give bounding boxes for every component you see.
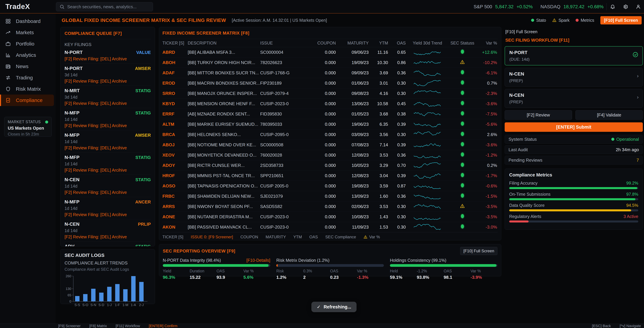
table-row-adaf[interactable]: ADAF[BB] MITTOR BONIXES SUCR TN...CUSIP-…	[162, 68, 498, 78]
queue-item-n-mfp[interactable]: N-MFPSTATIG1d 14d[F2] Review Filing: [DE…	[64, 108, 151, 130]
validate-button[interactable]: [F4] Validate	[576, 110, 643, 120]
table-row-arrs[interactable]: ARRS[BB] NWONY BOYAT SEON PF...SASD5S820…	[162, 202, 498, 212]
sidebar-item-markets[interactable]: Markets	[0, 27, 56, 38]
queue-item-n-port[interactable]: N-PORTAMSER3d 14d[F2] Review Filing: [DE…	[64, 64, 151, 86]
search-input[interactable]	[67, 4, 150, 10]
column-header-ytm[interactable]: YTM	[370, 40, 389, 46]
details-link[interactable]: [F10-Details]	[246, 258, 270, 263]
table-row-hrof[interactable]: HROF[BB] MMNIS PST-TAL ONCE TR...SPP2106…	[162, 170, 498, 181]
footer-item-issue-0-f9-screener-[interactable]: ISSUE 0: [F9 Screener]	[191, 234, 233, 239]
column-header-description[interactable]: DESCRIPTION	[188, 40, 260, 46]
column-header-issue[interactable]: ISSUE	[260, 40, 309, 46]
sec-status-ok-icon	[461, 224, 464, 228]
footer-item-sec-compliance[interactable]: SEC Compliance	[325, 234, 356, 239]
table-row-kbyd[interactable]: KBYD[BB] MENSION ORONE HENF F...CUSIP-20…	[162, 98, 498, 109]
search-box[interactable]	[56, 2, 153, 11]
filing-action-link[interactable]: [F2] Review Filing: [DEL] Arcihive	[64, 56, 151, 61]
statusbar-item--f8-matrix[interactable]: [F8] Matrix	[89, 324, 107, 328]
table-row-frbc[interactable]: FRBC[BB] SHAMIDEN DELIJAN NEW...SJE02107…	[162, 191, 498, 202]
sidebar-item-news[interactable]: News	[0, 61, 56, 72]
filing-action-link[interactable]: [F2] Review Filing: [DEL] Arcihive	[64, 146, 151, 150]
footer-item-coupon[interactable]: COUPON	[240, 234, 258, 239]
statusbar-item--f9-screener[interactable]: [F9] Screener	[58, 324, 80, 328]
queue-item-n-mfp[interactable]: N-MFPANCER1d 14d[F2] Review Filing: [DEL…	[64, 197, 151, 219]
cell-var-pct: -1.7%	[477, 173, 498, 178]
statusbar-item--v-navigate[interactable]: [^v] Navigate	[620, 324, 641, 328]
table-row-aone[interactable]: AONE[BB] NUTANER DERIASTRA M...CUSIP-202…	[162, 212, 498, 222]
gear-icon[interactable]	[623, 4, 628, 10]
submit-button[interactable]: [ENTER] Submit	[505, 122, 643, 132]
page-title: GLOBAL FIXED INCOME SCREENER MATRIX & SE…	[62, 18, 226, 23]
user-icon[interactable]	[636, 4, 641, 10]
footer-item-var-[interactable]: Var %	[364, 234, 380, 239]
table-row-errf[interactable]: ERRF[AB] MZNADE RONDIX SENT...FID3958300…	[162, 109, 498, 119]
table-row-akon[interactable]: AKON[BB] PASSIVED MANVACK CL...CUSIP-202…	[162, 222, 498, 232]
column-header-ticker-s-[interactable]: TICKER [S]	[162, 40, 188, 46]
cell-oas: 0.30	[389, 214, 407, 220]
overview-fullscreen-button[interactable]: [F10] Full Screen	[460, 247, 498, 255]
bell-icon[interactable]	[610, 4, 615, 10]
filing-action-link[interactable]: [F2] Review Filing: [DEL] Arcihive	[64, 123, 151, 128]
group-progress-bar	[390, 264, 498, 267]
column-header-var-[interactable]: Var %	[477, 40, 498, 46]
sidebar-item-risk-matrix[interactable]: Risk Matrix	[0, 83, 56, 94]
column-header-maturity[interactable]: MATURITY	[337, 40, 370, 46]
cell-sec-status	[448, 224, 477, 230]
sec-status-ok-icon	[461, 50, 464, 54]
status-spark: Spark	[552, 18, 570, 23]
table-row-erod[interactable]: EROD[BB] MACRIN BONDIXES SENIOR...FIP230…	[162, 78, 498, 88]
cell-coupon: 0.000	[309, 132, 337, 137]
table-row-aboh[interactable]: ABOH[BB] TURKIY ORON HIGH NCIR...7820266…	[162, 58, 498, 68]
queue-item-n-cen[interactable]: N-CENSTATIG1d 14d[F2] Review Filing: [DE…	[64, 175, 151, 197]
footer-item-ytm[interactable]: YTM	[293, 234, 302, 239]
queue-item-adv[interactable]: ADVSTATIG14d 14d[F2] Review Filing: [DEL…	[64, 242, 151, 246]
cell-coupon: 0.000	[309, 214, 337, 220]
review-button[interactable]: [F2] Review	[505, 110, 572, 120]
table-row-abrd[interactable]: ABRD[BB] ALIBABA MSFA 3...SC00000040.000…	[162, 47, 498, 58]
footer-item-maturity[interactable]: MATURITY	[266, 234, 286, 239]
sidebar-item-compliance[interactable]: Compliance	[0, 94, 54, 106]
filing-action-link[interactable]: [F2] Review Filing: [DEL] Arcihive	[64, 101, 151, 106]
table-row-adoy[interactable]: ADOY[BB] RICTR CUNSLE WER...2SD3587330.0…	[162, 160, 498, 170]
workflow-card-n-cen-2[interactable]: N-CEN(PREP)›	[505, 89, 643, 108]
column-header-yield-30d-trend[interactable]: Yield 30d Trend	[407, 40, 448, 46]
screener-title: FIXED INCOME SCREENER MATRIX [F8]	[162, 30, 498, 39]
table-row-brca[interactable]: BRCA[BB] HELONEK5 SENKO...CUSIP-2095-00.…	[162, 130, 498, 140]
queue-item-n-mfp[interactable]: N-MFPSTATIG1d 14d[F2] Review Filing: [DE…	[64, 152, 151, 175]
queue-item-n-mfp[interactable]: N-MFPAMSER1d 14d[F2] Review Filing: [DEL…	[64, 130, 151, 152]
index-name: S&P 500	[474, 4, 492, 10]
workflow-card-n-cen-1[interactable]: N-CEN(PREP)›	[505, 68, 643, 87]
column-header-oas[interactable]: OAS	[389, 40, 407, 46]
footer-item-ticker-s-[interactable]: TICKER [S]	[162, 234, 183, 239]
queue-item-n-port[interactable]: N-PORTVALUE[F2] Review Filing: [DEL] Arc…	[64, 48, 151, 64]
workflow-fullscreen-label[interactable]: [F10] Full Screen	[505, 29, 643, 34]
column-header-coupon[interactable]: COUPON	[309, 40, 337, 46]
statusbar-item--enter-confirm[interactable]: [ENTER] Confirm	[149, 324, 178, 328]
svg-text:1-M: 1-M	[122, 303, 128, 307]
table-row-xeov[interactable]: XEOV[BB] MONYETICK DEVANEED O...76002002…	[162, 150, 498, 160]
filing-action-link[interactable]: [F2] Review Filing: [DEL] Arcihive	[64, 190, 151, 195]
table-row-aboj[interactable]: ABOJ[BB] NOTIOME MEND OVER KE...SC000050…	[162, 140, 498, 150]
statusbar-item--esc-back[interactable]: [ESC] Back	[592, 324, 611, 328]
filing-action-link[interactable]: [F2] Review Filing: [DEL] Arcihive	[64, 168, 151, 172]
statusbar-item--f11-workflow[interactable]: [F11] Workflow	[116, 324, 140, 328]
sec-status-ok-icon	[461, 111, 464, 116]
filing-action-link[interactable]: [F2] Review Filing: [DEL] Arcihive	[64, 212, 151, 217]
chevron-right-icon: ›	[637, 94, 638, 100]
table-row-srro[interactable]: SRRO[BB] MANOJX ORUNCE INSPER...CUSIP-20…	[162, 88, 498, 98]
cell-yield-trend-sparkline	[407, 100, 448, 107]
workflow-card-n-port-0[interactable]: N-PORT(DUE: 14d)	[505, 46, 643, 66]
fullscreen-button[interactable]: [F10] Full Screen	[600, 16, 642, 24]
filing-action-link[interactable]: [F2] Review Filing: [DEL] Arcihive	[64, 79, 151, 84]
table-row-aoso[interactable]: AOSO[BB] TAPNASIS OPENICATION O...CUSIP …	[162, 181, 498, 191]
table-row-altm[interactable]: ALTM[BB] MARIKE EURISEY SUEMUD...7803950…	[162, 119, 498, 130]
queue-item-n-cen[interactable]: N-CENPRLIP1d 14d[F2] Review Filing: [DEL…	[64, 219, 151, 242]
footer-item-oas[interactable]: OAS	[309, 234, 318, 239]
sidebar-item-trading[interactable]: Trading	[0, 72, 56, 83]
queue-item-n-mrt[interactable]: N-MRTSTATIG3d 14d[F2] Review Filing: [DE…	[64, 86, 151, 108]
column-header-sec-statuss[interactable]: SEC Statuss	[448, 40, 477, 46]
filing-action-link[interactable]: [F2] Review Filing: [DEL] Arcihive	[64, 234, 151, 239]
sidebar-item-analytics[interactable]: Analytics	[0, 50, 56, 61]
sidebar-item-portfolio[interactable]: Portfolio	[0, 38, 56, 50]
sidebar-item-dashboard[interactable]: Dashboard	[0, 16, 56, 27]
